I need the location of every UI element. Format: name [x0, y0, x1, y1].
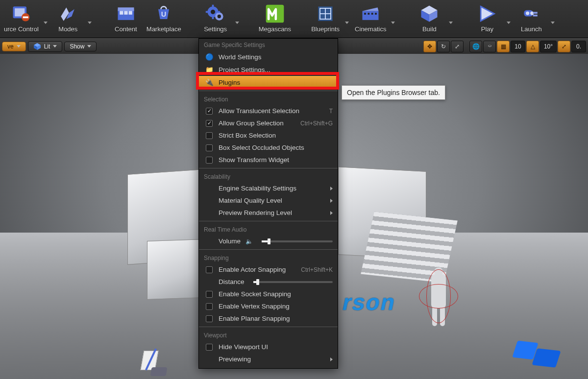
source-control-button[interactable]: urce Control [1, 2, 42, 35]
chevron-down-icon [87, 45, 91, 47]
camera-speed-value[interactable]: 0. [571, 41, 586, 52]
checkbox-icon [206, 291, 213, 298]
viewport-geometry-block [147, 239, 206, 300]
volume-item[interactable]: Volume 🔈 [199, 235, 338, 247]
megascans-button[interactable]: Megascans [256, 2, 294, 35]
globe-coord-button[interactable]: 🌐 [469, 41, 482, 52]
svg-rect-16 [205, 11, 208, 13]
chevron-down-icon[interactable] [507, 22, 511, 24]
scale-gizmo-button[interactable]: ⤢ [451, 41, 464, 52]
angle-snap-button[interactable]: △ [526, 41, 539, 52]
marketplace-button[interactable]: U Marketplace [144, 2, 184, 35]
modes-icon [56, 3, 80, 24]
chevron-down-icon[interactable] [345, 22, 349, 24]
enable-vertex-snapping-item[interactable]: Enable Vertex Snapping [199, 300, 338, 312]
svg-rect-23 [363, 11, 379, 20]
dropdown-section-selection: Selection [199, 93, 338, 105]
angle-icon: △ [531, 43, 535, 50]
enable-socket-snapping-item[interactable]: Enable Socket Snapping [199, 288, 338, 300]
cinematics-icon [359, 3, 382, 24]
grid-snap-value[interactable]: 10 [511, 41, 525, 52]
play-button[interactable]: Play [469, 2, 505, 35]
modes-label: Modes [58, 25, 77, 33]
svg-rect-15 [212, 17, 214, 20]
world-settings-item[interactable]: 🔵 World Settings [199, 50, 338, 63]
svg-point-13 [217, 15, 220, 18]
viewport-tab-label: ve [7, 43, 14, 50]
project-settings-item[interactable]: 📁 Project Settings... [199, 63, 338, 76]
surface-icon: ⌔ [488, 43, 491, 50]
allow-translucent-item[interactable]: Allow Translucent Selection T [199, 105, 338, 117]
rotate-gizmo-button[interactable]: ↻ [437, 41, 450, 52]
volume-slider[interactable] [262, 240, 333, 242]
launch-button[interactable]: Launch [514, 2, 549, 35]
viewport-floor-text: rson [340, 289, 398, 315]
blueprints-icon [314, 3, 337, 24]
checkbox-icon [206, 315, 213, 322]
chevron-down-icon [53, 45, 57, 47]
main-toolbar: urce Control Modes Content U Marketplace [0, 0, 588, 38]
show-button[interactable]: Show [64, 42, 97, 51]
enable-actor-snapping-item[interactable]: Enable Actor Snapping Ctrl+Shift+K [199, 263, 338, 276]
settings-button[interactable]: Settings [198, 2, 233, 35]
dropdown-section-scalability: Scalability [199, 170, 338, 182]
source-control-label: urce Control [4, 25, 39, 33]
play-label: Play [481, 25, 493, 33]
svg-marker-24 [363, 7, 379, 11]
plugins-item[interactable]: 🔌 Plugins [199, 76, 338, 89]
svg-text:U: U [161, 10, 167, 18]
allow-group-item[interactable]: Allow Group Selection Ctrl+Shift+G [199, 117, 338, 129]
box-occluded-item[interactable]: Box Select Occluded Objects [199, 142, 338, 154]
chevron-down-icon[interactable] [449, 22, 453, 24]
strict-box-item[interactable]: Strict Box Selection [199, 129, 338, 142]
enable-planar-snapping-item[interactable]: Enable Planar Snapping [199, 312, 338, 325]
preview-rendering-item[interactable]: Preview Rendering Level [199, 207, 338, 219]
hide-viewport-ui-item[interactable]: Hide Viewport UI [199, 341, 338, 353]
checkbox-icon [206, 144, 213, 151]
marketplace-label: Marketplace [147, 25, 181, 33]
transform-gizmo-button[interactable]: ✥ [423, 41, 436, 52]
checkbox-icon [206, 344, 213, 351]
chevron-right-icon [330, 211, 333, 215]
checkbox-icon [206, 266, 213, 273]
build-button[interactable]: Build [412, 2, 447, 35]
chevron-down-icon[interactable] [235, 22, 239, 24]
lit-mode-button[interactable]: Lit [28, 41, 63, 52]
source-control-icon [9, 3, 33, 24]
surface-snap-button[interactable]: ⌔ [483, 41, 496, 52]
scale-snap-button[interactable]: ⤢ [558, 41, 570, 52]
marketplace-icon: U [152, 3, 175, 24]
chevron-down-icon[interactable] [391, 22, 395, 24]
move-icon: ✥ [427, 43, 432, 50]
svg-rect-38 [533, 15, 538, 17]
chevron-down-icon[interactable] [44, 22, 48, 24]
build-label: Build [422, 25, 437, 33]
distance-item[interactable]: Distance [199, 276, 338, 288]
chevron-down-icon [17, 45, 21, 47]
svg-rect-6 [120, 11, 123, 15]
grid-snap-button[interactable]: ▦ [497, 41, 510, 52]
previewing-item[interactable]: Previewing [199, 353, 338, 365]
cinematics-button[interactable]: Cinematics [352, 2, 389, 35]
settings-label: Settings [204, 25, 227, 33]
megascans-icon [263, 3, 287, 24]
modes-button[interactable]: Modes [50, 2, 86, 35]
svg-rect-25 [364, 13, 366, 15]
svg-rect-26 [368, 13, 370, 15]
distance-slider[interactable] [253, 281, 333, 283]
angle-snap-value[interactable]: 10° [540, 41, 557, 52]
svg-rect-8 [128, 11, 132, 15]
show-label: Show [70, 43, 84, 50]
play-icon [475, 3, 499, 24]
blueprints-button[interactable]: Blueprints [308, 2, 343, 35]
checkbox-icon [206, 157, 213, 164]
material-quality-item[interactable]: Material Quality Level [199, 194, 338, 207]
show-transform-item[interactable]: Show Transform Widget [199, 154, 338, 166]
plug-icon: 🔌 [205, 78, 214, 86]
chevron-down-icon[interactable] [551, 22, 555, 24]
svg-rect-3 [23, 17, 28, 19]
engine-scalability-item[interactable]: Engine Scalability Settings [199, 182, 338, 194]
chevron-down-icon[interactable] [88, 22, 92, 24]
content-button[interactable]: Content [108, 2, 144, 35]
viewport-tab-active[interactable]: ve [2, 42, 26, 51]
